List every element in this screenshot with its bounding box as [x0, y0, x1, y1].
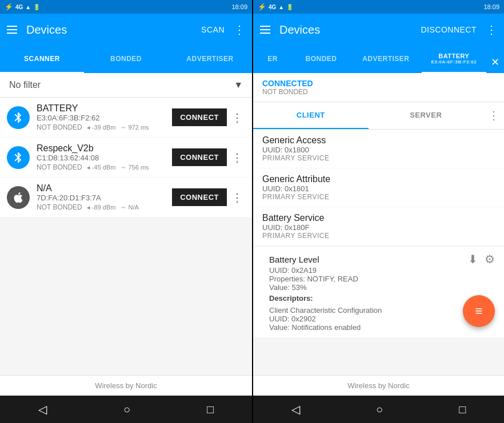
- filter-arrow-icon: ▼: [234, 80, 243, 90]
- close-tab-button[interactable]: ✕: [486, 51, 504, 73]
- char-header-battery-level: Battery Level ⬇ ⚙: [269, 252, 495, 266]
- device-status-na: NOT BONDED ◂ -89 dBm ↔ N/A: [37, 203, 165, 211]
- right-status-bar: ⚡ 4G ▲ 🔋 18:09: [253, 0, 504, 14]
- right-network-icon: 4G: [269, 4, 276, 10]
- tab-right-battery[interactable]: BATTERY E3:0A:6F:3B:F2:62: [422, 46, 486, 73]
- right-back-button[interactable]: ◁: [278, 398, 314, 421]
- device-signal-na: ◂ -89 dBm: [87, 204, 116, 211]
- left-footer-text: Wireless by Nordic: [95, 381, 157, 390]
- tab-bonded[interactable]: BONDED: [84, 46, 168, 73]
- device-item-battery: BATTERY E3:0A:6F:3B:F2:62 NOT BONDED ◂ -…: [0, 98, 252, 137]
- device-dots-respeck[interactable]: ⋮: [229, 148, 245, 167]
- descriptor-value-ccc: Value: Notifications enabled: [269, 323, 486, 332]
- device-info-battery: BATTERY E3:0A:6F:3B:F2:62 NOT BONDED ◂ -…: [37, 103, 165, 131]
- fab-button[interactable]: ≡: [463, 295, 495, 327]
- scan-button[interactable]: SCAN: [201, 25, 225, 34]
- disconnect-button[interactable]: DISCONNECT: [421, 25, 477, 34]
- char-desc-label: Descriptors:: [269, 294, 495, 303]
- left-tabs: SCANNER BONDED ADVERTISER: [0, 46, 252, 73]
- left-home-button[interactable]: ○: [110, 398, 144, 421]
- service-uuid-battery: UUID: 0x180F: [262, 223, 495, 232]
- tab-scanner[interactable]: SCANNER: [0, 46, 84, 73]
- device-item-na: N/A 7D:FA:20:D1:F3:7A NOT BONDED ◂ -89 d…: [0, 178, 252, 217]
- bluetooth-status-icon: ⚡: [5, 3, 13, 11]
- device-info-na: N/A 7D:FA:20:D1:F3:7A NOT BONDED ◂ -89 d…: [37, 183, 165, 211]
- descriptor-info-ccc: Client Characteristic Configuration UUID…: [269, 306, 486, 332]
- left-time-text: 18:09: [231, 3, 247, 10]
- left-back-button[interactable]: ◁: [25, 398, 61, 421]
- right-toolbar: Devices DISCONNECT ⋮: [253, 14, 504, 46]
- device-name-battery: BATTERY: [37, 103, 165, 114]
- device-status-respeck: NOT BONDED ◂ -45 dBm ↔ 756 ms: [37, 163, 165, 171]
- char-settings-button[interactable]: ⚙: [485, 252, 495, 266]
- device-actions-battery: CONNECT ⋮: [172, 108, 245, 127]
- device-item-respeck: Respeck_V2b C1:D8:13:62:44:08 NOT BONDED…: [0, 138, 252, 177]
- right-time: 18:09: [483, 3, 499, 10]
- service-name-generic-attribute: Generic Attribute: [262, 174, 495, 184]
- client-server-dots[interactable]: ⋮: [483, 102, 504, 129]
- service-name-battery: Battery Service: [262, 213, 495, 223]
- connect-button-respeck[interactable]: CONNECT: [172, 148, 227, 166]
- fab-icon: ≡: [475, 304, 483, 319]
- device-mac-respeck: C1:D8:13:62:44:08: [37, 154, 165, 162]
- filter-row[interactable]: No filter ▼: [0, 73, 252, 98]
- left-toolbar: Devices SCAN ⋮: [0, 14, 252, 46]
- char-props-battery-level: Properties: NOTIFY, READ: [269, 275, 495, 283]
- characteristic-battery-level: Battery Level ⬇ ⚙ UUID: 0x2A19 Propertie…: [253, 246, 504, 337]
- service-name-generic-access: Generic Access: [262, 135, 495, 146]
- device-name-na: N/A: [37, 183, 165, 194]
- service-type-generic-attribute: PRIMARY SERVICE: [262, 193, 495, 201]
- tab-advertiser[interactable]: ADVERTISER: [168, 46, 252, 73]
- char-value-battery-level: Value: 53%: [269, 283, 495, 292]
- right-battery-icon: 🔋: [286, 4, 293, 10]
- device-bonded-battery: NOT BONDED: [37, 123, 82, 131]
- tab-client[interactable]: CLIENT: [253, 102, 369, 129]
- tab-right-scanner[interactable]: ER: [253, 46, 292, 73]
- connect-button-na[interactable]: CONNECT: [172, 188, 227, 206]
- tab-right-advertiser[interactable]: ADVERTISER: [350, 46, 422, 73]
- right-tabs: ER BONDED ADVERTISER BATTERY E3:0A:6F:3B…: [253, 46, 504, 73]
- left-status-bar: ⚡ 4G ▲ 🔋 18:09: [0, 0, 252, 14]
- right-square-button[interactable]: □: [445, 398, 479, 421]
- service-generic-attribute: Generic Attribute UUID: 0x1801 PRIMARY S…: [253, 168, 504, 207]
- device-icon-battery: [7, 106, 30, 129]
- device-name-respeck: Respeck_V2b: [37, 143, 165, 154]
- descriptor-name-ccc: Client Characteristic Configuration: [269, 306, 486, 315]
- device-dots-na[interactable]: ⋮: [229, 188, 245, 207]
- left-footer: Wireless by Nordic: [0, 375, 252, 396]
- left-status-icons: ⚡ 4G ▲ 🔋: [5, 3, 40, 11]
- right-footer: Wireless by Nordic: [253, 375, 504, 396]
- device-icon-na: [7, 186, 30, 209]
- connected-label: CONNECTED: [262, 79, 495, 88]
- descriptor-ccc: Client Characteristic Configuration UUID…: [269, 306, 495, 332]
- right-home-button[interactable]: ○: [362, 398, 397, 421]
- device-latency-respeck: ↔ 756 ms: [120, 164, 149, 171]
- device-signal-respeck: ◂ -45 dBm: [87, 164, 116, 171]
- descriptor-uuid-ccc: UUID: 0x2902: [269, 315, 486, 323]
- tab-right-bonded[interactable]: BONDED: [292, 46, 350, 73]
- left-menu-dots[interactable]: ⋮: [234, 23, 245, 37]
- connected-status: CONNECTED NOT BONDED: [253, 73, 504, 102]
- device-mac-na: 7D:FA:20:D1:F3:7A: [37, 194, 165, 202]
- connect-button-battery[interactable]: CONNECT: [172, 108, 227, 126]
- right-title: Devices: [279, 23, 411, 37]
- left-square-button[interactable]: □: [193, 398, 227, 421]
- tab-server[interactable]: SERVER: [369, 102, 484, 129]
- device-dots-battery[interactable]: ⋮: [229, 108, 245, 127]
- bluetooth-icon: [12, 111, 25, 124]
- left-panel: ⚡ 4G ▲ 🔋 18:09 Devices SCAN ⋮ SCANNER BO…: [0, 0, 252, 423]
- service-type-generic-access: PRIMARY SERVICE: [262, 154, 495, 162]
- device-signal-battery: ◂ -39 dBm: [87, 124, 116, 131]
- char-download-button[interactable]: ⬇: [468, 252, 478, 266]
- hamburger-menu[interactable]: [7, 26, 17, 34]
- right-hamburger-menu[interactable]: [260, 26, 270, 34]
- right-menu-dots[interactable]: ⋮: [486, 23, 497, 37]
- device-list: BATTERY E3:0A:6F:3B:F2:62 NOT BONDED ◂ -…: [0, 98, 252, 375]
- right-time-text: 18:09: [483, 3, 499, 10]
- device-info-respeck: Respeck_V2b C1:D8:13:62:44:08 NOT BONDED…: [37, 143, 165, 171]
- char-uuid-battery-level: UUID: 0x2A19: [269, 266, 495, 275]
- service-uuid-generic-attribute: UUID: 0x1801: [262, 184, 495, 193]
- not-bonded-label: NOT BONDED: [262, 88, 495, 96]
- signal-status-icon: ▲: [25, 4, 31, 10]
- bluetooth-icon-respeck: [12, 151, 25, 164]
